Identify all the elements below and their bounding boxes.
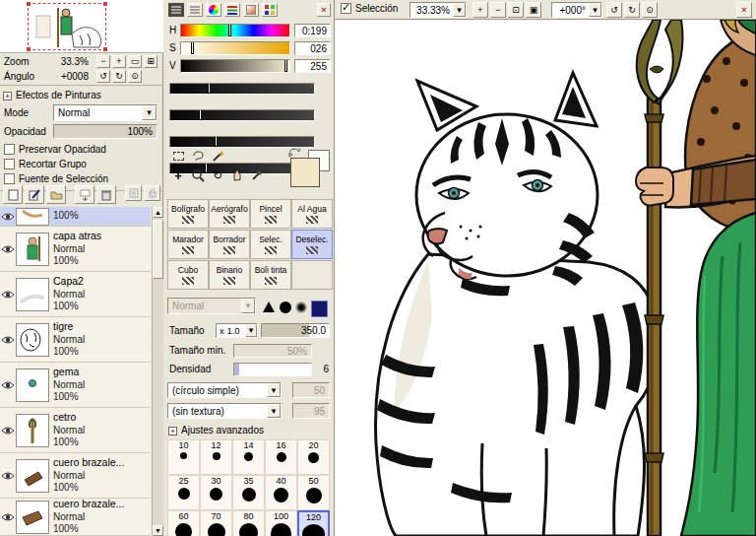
opacity-slider[interactable]: 100% (53, 124, 158, 139)
canvas-rotate-ccw-button[interactable]: ↺ (606, 2, 622, 18)
close-panel-icon[interactable]: × (317, 3, 331, 17)
visibility-eye-icon[interactable] (0, 290, 16, 300)
layer-list-scrollbar[interactable]: ▲ ▼ (152, 207, 163, 536)
new-folder-button[interactable] (46, 185, 66, 204)
chevron-down-icon[interactable]: ▾ (267, 404, 281, 418)
brush-size-70[interactable]: 70 (200, 510, 232, 536)
value-value-box[interactable]: 255 (294, 59, 331, 73)
layer-row-partial-top[interactable]: Normal 100% (0, 207, 151, 227)
tool-deselect-button[interactable]: Deselec. (291, 230, 333, 259)
brush-texture-dropdown[interactable]: (sin textura) ▾ (167, 403, 282, 419)
chevron-down-icon[interactable]: ▾ (589, 3, 601, 17)
tool-binary-button[interactable]: Binario (209, 260, 250, 290)
transfer-layer-button[interactable] (75, 185, 94, 204)
tool-brush-button[interactable]: Pincel (250, 199, 291, 229)
brush-size-slider[interactable]: 350.0 (261, 323, 330, 338)
chevron-down-icon[interactable]: ▾ (245, 324, 257, 337)
delete-layer-button[interactable] (96, 185, 116, 204)
color-wheel-icon[interactable] (206, 3, 221, 17)
marquee-tool-icon[interactable] (169, 148, 187, 164)
layer-mask-button[interactable] (125, 185, 142, 201)
brush-size-120-selected[interactable]: 120 (297, 510, 330, 536)
rotate-view-tool-icon[interactable]: ↻ (209, 168, 226, 183)
brush-size-30[interactable]: 30 (200, 475, 232, 510)
layer-row-tigre[interactable]: tigre Normal 100% (0, 317, 151, 363)
tool-pen-button[interactable]: Bolígrafo (167, 199, 209, 229)
selection-handle[interactable] (103, 47, 107, 51)
canvas-zoom-in-button[interactable]: + (472, 2, 488, 18)
eyedropper-tool-icon[interactable] (248, 168, 266, 183)
brush-size-80[interactable]: 80 (232, 510, 265, 536)
chevron-down-icon[interactable]: ▾ (267, 383, 281, 397)
layer-row-cetro[interactable]: cetro Normal 100% (0, 408, 151, 453)
swatches-icon[interactable] (262, 3, 278, 17)
hue-slider[interactable] (180, 24, 290, 37)
saturation-marker[interactable] (191, 41, 194, 54)
visibility-eye-icon[interactable] (0, 380, 16, 390)
chevron-down-icon[interactable]: ▾ (142, 105, 157, 120)
hand-tool-icon[interactable] (228, 168, 246, 183)
brush-size-25[interactable]: 25 (167, 475, 200, 510)
tip-triangle-icon[interactable] (263, 302, 275, 312)
canvas-zoom-out-button[interactable]: − (490, 2, 506, 18)
tip-texture-swatch[interactable] (311, 301, 328, 317)
chevron-down-icon[interactable]: ▾ (453, 3, 466, 17)
clipping-group-checkbox-row[interactable]: Recortar Grupo (4, 159, 87, 169)
zoom-in-button[interactable]: + (112, 55, 126, 68)
zoom-out-button[interactable]: − (96, 55, 110, 68)
new-vector-layer-button[interactable] (25, 185, 44, 204)
zoom-fit-button[interactable]: ⊞ (144, 55, 158, 68)
saturation-value-box[interactable]: 026 (294, 41, 331, 55)
value-marker[interactable] (284, 59, 287, 72)
tool-select-button[interactable]: Selec. (250, 230, 291, 259)
lines-panel-icon[interactable] (187, 3, 203, 17)
expand-icon[interactable]: + (168, 427, 177, 436)
paint-effects-header[interactable]: +Efectos de Pinturas (3, 89, 101, 100)
chevron-down-icon[interactable]: ▾ (241, 299, 255, 313)
canvas[interactable] (335, 20, 756, 536)
selection-handle[interactable] (27, 47, 31, 51)
visibility-eye-icon[interactable] (0, 244, 16, 254)
brush-size-35[interactable]: 35 (232, 475, 265, 510)
saturation-slider[interactable] (180, 41, 290, 55)
brush-size-20[interactable]: 20 (297, 439, 330, 475)
color-mixer-icon[interactable] (243, 3, 259, 17)
brush-size-16[interactable]: 16 (265, 439, 297, 475)
visibility-eye-icon[interactable] (0, 212, 16, 222)
mode-dropdown[interactable]: Normal ▾ (53, 104, 158, 121)
brush-size-100[interactable]: 100 (265, 510, 297, 536)
hue-marker[interactable] (228, 24, 231, 36)
advanced-settings-header[interactable]: +Ajustes avanzados (168, 424, 264, 436)
layer-row-gema[interactable]: gema Normal 100% (0, 363, 151, 408)
visibility-eye-icon[interactable] (0, 335, 16, 345)
brush-size-60[interactable]: 60 (167, 510, 200, 536)
density-slider[interactable] (233, 363, 312, 376)
selection-handle[interactable] (27, 2, 31, 6)
brush-blend-dropdown[interactable]: Normal ▾ (167, 298, 256, 314)
rgb-sliders-icon[interactable] (224, 3, 240, 17)
layer-row-capa2[interactable]: Capa2 Normal 100% (0, 272, 151, 317)
panel-menu-icon[interactable] (168, 3, 184, 17)
layer-row-capa-atras[interactable]: capa atras Normal 100% (0, 227, 151, 272)
layer-lock-button[interactable] (144, 185, 160, 201)
brush-texture-amount-box[interactable]: 95 (292, 403, 330, 419)
brush-shape-dropdown[interactable]: (círculo simple) ▾ (167, 382, 282, 398)
brush-shape-amount-box[interactable]: 50 (292, 382, 330, 398)
mixer-marker[interactable] (215, 136, 218, 147)
canvas-angle-combo[interactable]: +000° ▾ (551, 2, 602, 18)
move-tool-icon[interactable]: + (169, 168, 187, 183)
tool-inkpen-button[interactable]: Boli tinta (250, 260, 291, 290)
visibility-eye-icon[interactable] (0, 426, 16, 436)
checkbox-icon[interactable] (4, 173, 15, 184)
size-multiplier-dropdown[interactable]: x 1.0 ▾ (216, 323, 258, 338)
visibility-eye-icon[interactable] (0, 512, 16, 522)
canvas-rotate-cw-button[interactable]: ↻ (624, 2, 640, 18)
brush-size-50[interactable]: 50 (297, 475, 330, 510)
angle-reset-button[interactable]: ⊙ (128, 70, 142, 83)
mixer-bar-1[interactable] (169, 83, 315, 95)
checkbox-icon[interactable] (4, 144, 15, 155)
selection-toggle[interactable]: ✓ Selección (341, 3, 398, 14)
checkbox-icon[interactable] (4, 159, 15, 169)
tool-eraser-button[interactable]: Borrador (209, 230, 250, 259)
canvas-zoom-reset-button[interactable]: ⊡ (508, 2, 524, 18)
